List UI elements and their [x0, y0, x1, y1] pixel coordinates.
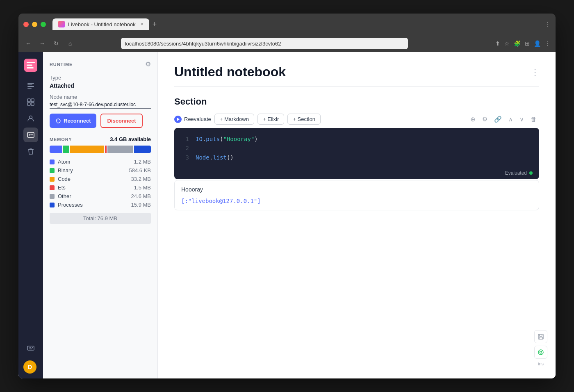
move-up-icon[interactable]: ∧ — [506, 114, 515, 125]
address-bar-row: ← → ↻ ⌂ localhost:8080/sessions/4bhfqkyu… — [18, 35, 556, 52]
sidebar-item-sections[interactable] — [23, 78, 38, 93]
svg-rect-2 — [27, 65, 32, 66]
output-cell: Hoooray [:"livebook@127.0.0.1"] — [174, 180, 539, 210]
fullscreen-button[interactable] — [41, 22, 46, 27]
app-body: D RUNTIME ⚙ Type Attached Node name test… — [18, 52, 556, 378]
zoom-in-icon[interactable]: ⊕ — [468, 114, 478, 125]
list-item: Processes 15.9 MB — [50, 202, 151, 208]
memory-bar-code — [70, 146, 105, 153]
svg-rect-1 — [27, 62, 35, 63]
sidebar-item-users[interactable] — [23, 111, 38, 126]
browser-menu-icon[interactable]: ⋮ — [545, 40, 551, 47]
split-view-icon[interactable]: ⊞ — [525, 40, 530, 47]
close-button[interactable] — [23, 22, 29, 27]
ets-dot — [50, 185, 55, 190]
list-item: Atom 1.2 MB — [50, 159, 151, 165]
runtime-buttons: Reconnect Disconnect — [50, 114, 151, 128]
svg-point-14 — [29, 134, 30, 136]
bottom-right-icons: ins — [534, 330, 547, 366]
settings-icon[interactable]: ⚙ — [480, 114, 490, 125]
extensions-icon[interactable]: 🧩 — [514, 40, 521, 47]
processes-value: 15.9 MB — [131, 202, 151, 208]
browser-tab[interactable]: Livebook - Untitled notebook × — [52, 18, 149, 30]
code-label: Code — [58, 176, 71, 182]
svg-rect-5 — [27, 84, 32, 85]
svg-point-24 — [538, 350, 543, 355]
back-button[interactable]: ← — [23, 40, 33, 47]
traffic-lights — [23, 22, 46, 27]
memory-bar-ets — [105, 146, 107, 153]
link-icon[interactable]: 🔗 — [492, 114, 504, 125]
binary-label: Binary — [58, 167, 73, 173]
browser-settings-icon[interactable]: ⋮ — [545, 21, 551, 27]
add-section-button[interactable]: + Section — [287, 114, 321, 125]
move-down-icon[interactable]: ∨ — [517, 114, 526, 125]
svg-rect-23 — [539, 337, 542, 339]
bookmark-icon[interactable]: ☆ — [504, 40, 510, 47]
output-text: Hoooray — [181, 186, 532, 193]
disconnect-button[interactable]: Disconnect — [100, 114, 142, 128]
notebook-menu-icon[interactable]: ⋮ — [531, 67, 539, 77]
svg-rect-3 — [27, 67, 34, 68]
logo-svg — [24, 59, 37, 72]
user-avatar[interactable]: D — [23, 360, 36, 374]
svg-rect-7 — [27, 88, 32, 89]
add-elixir-button[interactable]: + Elixir — [257, 114, 284, 125]
memory-legend: Atom 1.2 MB Binary 584.6 KB Code 33.2 MB… — [50, 159, 151, 208]
sidebar-item-cells[interactable] — [23, 95, 38, 109]
reconnect-icon — [55, 118, 61, 124]
code-value: 33.2 MB — [131, 176, 151, 182]
ets-label: Ets — [58, 185, 66, 191]
notebook-title-row: Untitled notebook ⋮ — [174, 64, 539, 80]
share-icon[interactable]: ⬆ — [495, 40, 500, 47]
binary-dot — [50, 168, 55, 173]
section-title[interactable]: Section — [174, 96, 539, 107]
code-line-1: 1 IO.puts("Hoooray") — [182, 134, 531, 144]
notebook-title[interactable]: Untitled notebook — [174, 64, 286, 80]
memory-section: MEMORY 3.4 GB available Atom 1.2 MB — [50, 136, 151, 224]
memory-bar-processes — [134, 146, 151, 153]
delete-cell-icon[interactable]: 🗑 — [528, 114, 539, 125]
reevaluate-label: Reevaluate — [184, 116, 211, 122]
home-button[interactable]: ⌂ — [65, 40, 75, 47]
sidebar-item-trash[interactable] — [23, 144, 38, 159]
reload-button[interactable]: ↻ — [51, 40, 61, 47]
code-line-2: 2 — [182, 144, 531, 153]
address-bar[interactable]: localhost:8080/sessions/4bhfqkyu3turri6w… — [121, 38, 408, 49]
svg-rect-18 — [30, 347, 31, 348]
svg-rect-6 — [27, 86, 34, 87]
title-bar: Livebook - Untitled notebook × + ⋮ — [18, 14, 556, 35]
minimize-button[interactable] — [32, 22, 37, 27]
save-status-icon[interactable] — [534, 330, 547, 343]
ins-status-icon[interactable] — [534, 346, 547, 359]
runtime-settings-icon[interactable]: ⚙ — [145, 60, 151, 68]
list-item: Ets 1.5 MB — [50, 185, 151, 191]
node-name-value: test_svc@10-8-7-66.dev.pod.cluster.loc — [50, 102, 151, 109]
cell-toolbar: Reevaluate + Markdown + Elixir + Section… — [174, 114, 539, 125]
keyboard-shortcut-icon[interactable] — [23, 341, 38, 356]
browser-window: Livebook - Untitled notebook × + ⋮ ← → ↻… — [18, 14, 556, 378]
address-url: localhost:8080/sessions/4bhfqkyu3turri6w… — [125, 41, 281, 47]
evaluated-badge: Evaluated — [174, 169, 539, 179]
memory-title: MEMORY — [50, 137, 72, 142]
list-item: Other 24.6 MB — [50, 193, 151, 199]
code-cell[interactable]: 1 IO.puts("Hoooray") 2 3 Node.list() Eva… — [174, 128, 539, 179]
add-markdown-button[interactable]: + Markdown — [214, 114, 254, 125]
memory-bar — [50, 146, 151, 153]
livebook-logo[interactable] — [23, 57, 39, 73]
reconnect-button[interactable]: Reconnect — [50, 114, 96, 128]
runtime-title: RUNTIME — [50, 62, 73, 67]
tab-close-button[interactable]: × — [141, 21, 144, 27]
sidebar-item-runtime[interactable] — [23, 128, 38, 142]
output-code: [:"livebook@127.0.0.1"] — [181, 198, 532, 204]
svg-rect-17 — [29, 347, 30, 348]
reevaluate-button[interactable]: Reevaluate — [174, 116, 211, 123]
profile-icon[interactable]: 👤 — [534, 40, 541, 47]
forward-button[interactable]: → — [37, 40, 47, 47]
memory-header: MEMORY 3.4 GB available — [50, 136, 151, 142]
tab-bar: Livebook - Untitled notebook × + — [52, 18, 542, 30]
new-tab-button[interactable]: + — [153, 20, 157, 29]
play-icon — [174, 116, 182, 123]
svg-rect-22 — [540, 334, 542, 336]
svg-rect-8 — [27, 99, 30, 102]
